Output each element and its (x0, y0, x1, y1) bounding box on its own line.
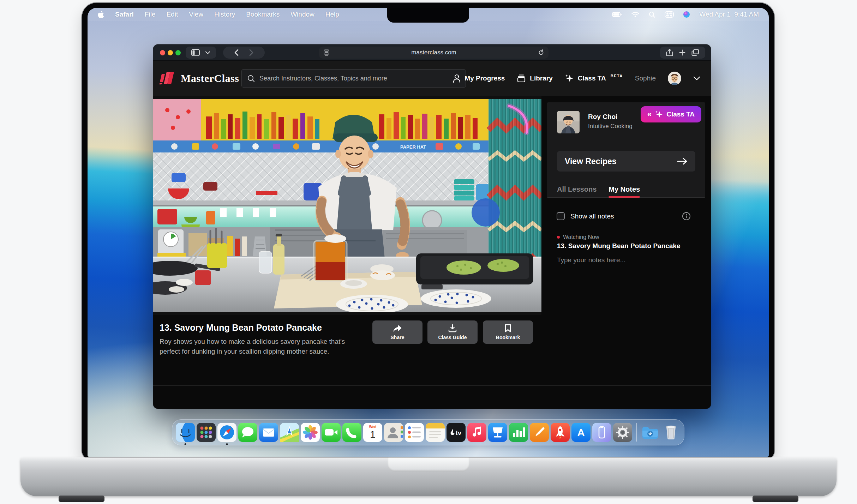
instructor-name: Roy Choi (588, 113, 617, 121)
siri-icon[interactable] (683, 11, 690, 18)
video-player[interactable]: PAPER HAT (153, 96, 541, 315)
desktop-wallpaper: Safari File Edit View History Bookmarks … (88, 8, 769, 457)
dock-facetime-icon[interactable] (322, 423, 341, 442)
minimize-window-button[interactable] (168, 50, 173, 55)
dock-messages-icon[interactable] (238, 423, 257, 442)
menu-view[interactable]: View (189, 11, 203, 18)
tab-my-notes[interactable]: My Notes (609, 181, 640, 198)
dock-phone-icon[interactable] (342, 423, 361, 442)
user-name[interactable]: Sophie (635, 74, 656, 82)
class-ta-button[interactable]: « Class TA (641, 106, 701, 122)
lesson-description: Roy shows you how to make a delicious sa… (160, 337, 353, 356)
page-settings-icon[interactable] (323, 49, 330, 56)
class-ta-button-label: Class TA (666, 110, 695, 118)
class-guide-button[interactable]: Class Guide (427, 320, 478, 344)
macbook-base (20, 457, 837, 496)
macbook-bezel: Safari File Edit View History Bookmarks … (82, 3, 774, 460)
dock-tv-icon[interactable]: tv (447, 423, 466, 442)
search-input[interactable] (259, 75, 460, 82)
sidebar-toggle-group (186, 47, 216, 59)
share-icon[interactable] (666, 49, 673, 56)
class-ta-panel: Roy Choi Intuitive Cooking « Class TA Vi… (547, 102, 705, 198)
dock-rocket-icon[interactable] (551, 423, 570, 442)
show-all-notes-label: Show all notes (570, 212, 614, 220)
safari-window: masterclass.com (153, 44, 711, 409)
battery-icon[interactable] (612, 11, 622, 18)
share-lesson-button[interactable]: Share (372, 320, 422, 344)
window-footer-divider (153, 385, 711, 386)
bookmark-label: Bookmark (496, 335, 520, 340)
apple-logo-icon[interactable] (97, 11, 104, 18)
info-icon[interactable] (682, 212, 691, 221)
wifi-icon[interactable] (631, 11, 640, 18)
zoom-window-button[interactable] (175, 50, 181, 55)
nav-class-ta[interactable]: Class TA BETA (565, 74, 623, 83)
panel-tabs: All Lessons My Notes (557, 181, 640, 198)
dock-launchpad-icon[interactable] (197, 423, 216, 442)
nav-library[interactable]: Library (517, 74, 552, 83)
finder-running-dot (185, 443, 186, 445)
user-avatar[interactable] (668, 72, 681, 85)
tab-all-lessons[interactable]: All Lessons (557, 181, 597, 198)
library-icon (517, 74, 526, 83)
dock-finder-icon[interactable] (176, 423, 195, 442)
dock-downloads-icon[interactable] (641, 423, 660, 442)
menu-bookmarks[interactable]: Bookmarks (246, 11, 280, 18)
dock-maps-icon[interactable] (280, 423, 299, 442)
forward-button[interactable] (249, 49, 254, 56)
menu-window[interactable]: Window (290, 11, 314, 18)
show-all-notes-checkbox[interactable] (557, 212, 565, 220)
display-notch (387, 8, 469, 23)
sidebar-icon[interactable] (191, 49, 200, 56)
lid-lift-notch (388, 457, 469, 472)
nav-my-progress-label: My Progress (465, 74, 505, 82)
dock-safari-icon[interactable] (217, 423, 236, 442)
chevron-down-icon[interactable] (205, 51, 210, 54)
dock-music-icon[interactable] (467, 423, 486, 442)
sparkle-icon (565, 74, 574, 83)
view-recipes-label: View Recipes (565, 157, 617, 166)
back-button[interactable] (234, 49, 239, 56)
dock-keynote-icon[interactable] (488, 423, 507, 442)
dock-photos-icon[interactable] (301, 423, 320, 442)
dock-contacts-icon[interactable] (384, 423, 403, 442)
menu-app-name[interactable]: Safari (115, 11, 134, 18)
dock-mail-icon[interactable] (259, 423, 278, 442)
bookmark-button[interactable]: Bookmark (483, 320, 533, 344)
dock-settings-icon[interactable] (613, 423, 632, 442)
dock-pages-icon[interactable] (530, 423, 549, 442)
dock-numbers-icon[interactable] (509, 423, 528, 442)
new-tab-icon[interactable] (679, 49, 685, 56)
masterclass-logo-icon (160, 71, 176, 85)
dock-trash-icon[interactable] (661, 423, 681, 442)
svg-text:tv: tv (456, 430, 461, 437)
menu-file[interactable]: File (145, 11, 156, 18)
nav-my-progress[interactable]: My Progress (453, 74, 505, 83)
masterclass-logo[interactable]: MasterClass (160, 71, 239, 85)
safari-running-dot (226, 443, 228, 445)
address-bar[interactable]: masterclass.com (319, 47, 549, 59)
menu-help[interactable]: Help (325, 11, 339, 18)
notes-input[interactable]: Type your notes here... (557, 256, 625, 264)
close-window-button[interactable] (160, 50, 165, 55)
dock-notes-icon[interactable] (426, 423, 445, 442)
menu-clock[interactable]: Wed Apr 1 9:41 AM (699, 11, 759, 18)
site-search[interactable] (241, 69, 466, 88)
tab-overview-icon[interactable] (691, 49, 699, 56)
spotlight-search-icon[interactable] (649, 11, 655, 18)
account-chevron-icon[interactable] (693, 76, 700, 80)
reload-icon[interactable] (538, 49, 544, 56)
panel-divider (547, 197, 705, 198)
control-center-icon[interactable] (665, 11, 674, 18)
dock-app-store-icon[interactable]: A (571, 423, 591, 442)
menu-edit[interactable]: Edit (166, 11, 178, 18)
menu-history[interactable]: History (214, 11, 235, 18)
dock-calendar-icon[interactable]: Wed1 (363, 423, 382, 442)
instructor-thumbnail[interactable] (557, 111, 580, 133)
view-recipes-button[interactable]: View Recipes (557, 151, 695, 172)
dock-reminders-icon[interactable] (405, 423, 424, 442)
svg-text:1: 1 (370, 429, 376, 440)
svg-text:A: A (577, 427, 585, 438)
share-label: Share (391, 335, 404, 340)
dock-iphone-mirroring-icon[interactable] (592, 423, 611, 442)
